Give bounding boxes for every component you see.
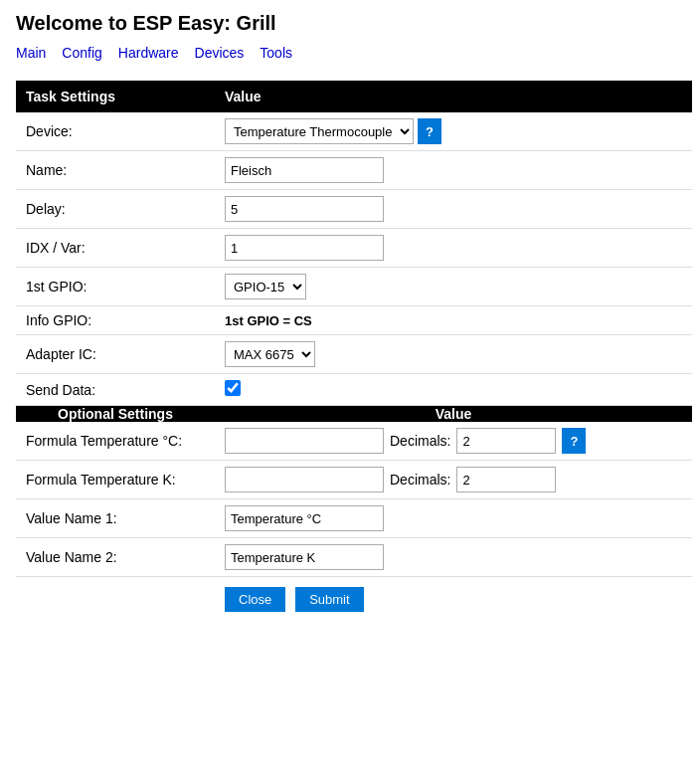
formula-temp-k-label: Formula Temperature K: <box>16 461 215 499</box>
device-cell: Temperature Thermocouple ? <box>215 112 692 151</box>
table-row: 1st GPIO: GPIO-15 <box>16 268 692 306</box>
page-title: Welcome to ESP Easy: Grill <box>16 12 684 35</box>
idx-label: IDX / Var: <box>16 229 215 268</box>
nav-devices[interactable]: Devices <box>195 45 245 61</box>
formula-temp-c-decimals-input[interactable] <box>456 428 556 454</box>
main-nav: Main Config Hardware Devices Tools <box>16 45 684 61</box>
device-select[interactable]: Temperature Thermocouple <box>225 118 414 144</box>
info-gpio-label: Info GPIO: <box>16 306 215 335</box>
delay-label: Delay: <box>16 190 215 229</box>
table-row: Device: Temperature Thermocouple ? <box>16 112 692 151</box>
adapter-cell: MAX 6675 <box>215 335 692 374</box>
send-data-cell <box>215 374 692 406</box>
table-row: Adapter IC: MAX 6675 <box>16 335 692 374</box>
table-row: Value Name 1: <box>16 499 692 538</box>
task-settings-value-header: Value <box>215 81 692 112</box>
formula-temp-c-decimals-label: Decimals: <box>390 433 450 449</box>
name-cell <box>215 151 692 190</box>
close-button[interactable]: Close <box>225 587 285 612</box>
formula-temp-c-input[interactable] <box>225 428 384 454</box>
task-settings-header: Task Settings <box>16 81 215 112</box>
formula-temp-k-decimals-input[interactable] <box>456 467 556 492</box>
info-gpio-cell: 1st GPIO = CS <box>215 306 692 335</box>
device-label: Device: <box>16 112 215 151</box>
task-settings-table: Task Settings Value Device: Temperature … <box>16 81 692 622</box>
table-row: Name: <box>16 151 692 190</box>
table-row: IDX / Var: <box>16 229 692 268</box>
gpio-label: 1st GPIO: <box>16 268 215 306</box>
table-row: Formula Temperature K: Decimals: <box>16 461 692 499</box>
nav-config[interactable]: Config <box>62 45 101 61</box>
nav-tools[interactable]: Tools <box>260 45 292 61</box>
device-help-button[interactable]: ? <box>418 118 441 144</box>
send-data-label: Send Data: <box>16 374 215 406</box>
formula-temp-c-label: Formula Temperature °C: <box>16 422 215 461</box>
value-name-2-input[interactable] <box>225 544 384 570</box>
name-label: Name: <box>16 151 215 190</box>
table-row: Delay: <box>16 190 692 229</box>
nav-hardware[interactable]: Hardware <box>118 45 179 61</box>
send-data-checkbox[interactable] <box>225 380 241 396</box>
buttons-spacer <box>16 577 215 623</box>
formula-temp-c-help-button[interactable]: ? <box>562 428 586 454</box>
value-name-1-cell <box>215 499 692 538</box>
info-gpio-text: 1st GPIO = CS <box>225 313 312 328</box>
formula-temp-k-input[interactable] <box>225 467 384 492</box>
optional-settings-value-header: Value <box>215 406 692 423</box>
table-row: Info GPIO: 1st GPIO = CS <box>16 306 692 335</box>
formula-temp-k-cell: Decimals: <box>215 461 692 499</box>
table-row: Value Name 2: <box>16 538 692 577</box>
value-name-2-cell <box>215 538 692 577</box>
submit-button[interactable]: Submit <box>295 587 363 612</box>
value-name-2-label: Value Name 2: <box>16 538 215 577</box>
buttons-cell: Close Submit <box>215 577 692 623</box>
adapter-label: Adapter IC: <box>16 335 215 374</box>
idx-cell <box>215 229 692 268</box>
formula-temp-c-cell: Decimals: ? <box>215 422 692 461</box>
name-input[interactable] <box>225 157 384 183</box>
delay-cell <box>215 190 692 229</box>
gpio-cell: GPIO-15 <box>215 268 692 306</box>
formula-temp-k-decimals-label: Decimals: <box>390 472 450 488</box>
value-name-1-label: Value Name 1: <box>16 499 215 538</box>
adapter-select[interactable]: MAX 6675 <box>225 341 315 367</box>
table-row: Send Data: <box>16 374 692 406</box>
table-row: Close Submit <box>16 577 692 623</box>
nav-main[interactable]: Main <box>16 45 46 61</box>
optional-settings-header-row: Optional Settings Value <box>16 406 692 423</box>
gpio-select[interactable]: GPIO-15 <box>225 274 306 299</box>
table-row: Formula Temperature °C: Decimals: ? <box>16 422 692 461</box>
optional-settings-header: Optional Settings <box>16 406 215 423</box>
delay-input[interactable] <box>225 196 384 222</box>
idx-input[interactable] <box>225 235 384 261</box>
value-name-1-input[interactable] <box>225 505 384 531</box>
